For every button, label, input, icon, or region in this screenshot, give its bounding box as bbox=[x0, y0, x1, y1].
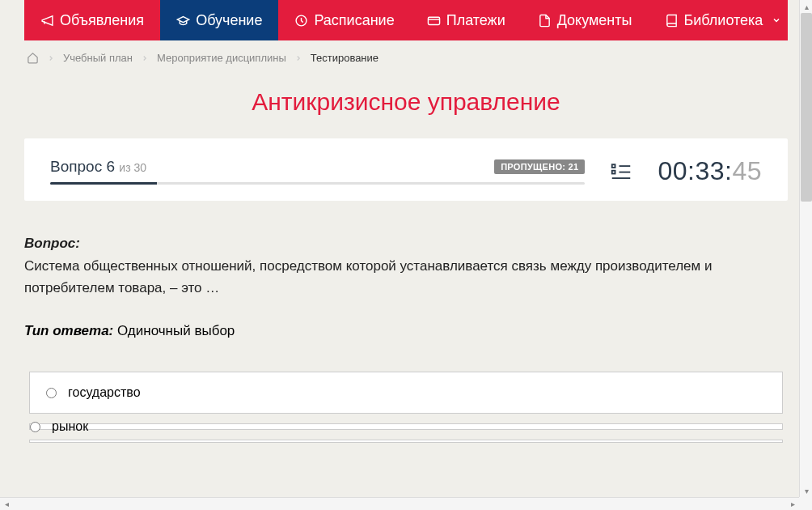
scroll-right-arrow[interactable]: ▸ bbox=[786, 498, 799, 511]
scroll-track[interactable] bbox=[800, 13, 812, 484]
nav-item-schedule[interactable]: Расписание bbox=[278, 0, 410, 40]
status-card: Вопрос 6 из 30 ПРОПУЩЕНО: 21 0 bbox=[24, 138, 788, 201]
home-icon[interactable] bbox=[27, 52, 39, 64]
vertical-scrollbar[interactable]: ▴ ▾ bbox=[799, 0, 812, 497]
breadcrumb: Учебный план Мероприятие дисциплины Тест… bbox=[0, 40, 812, 75]
breadcrumb-item[interactable]: Мероприятие дисциплины bbox=[157, 52, 286, 64]
scrollbar-corner bbox=[799, 497, 812, 510]
nav-item-payments[interactable]: Платежи bbox=[411, 0, 522, 40]
answer-type-label: Тип ответа: bbox=[24, 323, 113, 338]
progress-bar bbox=[50, 182, 585, 185]
nav-item-learning[interactable]: Обучение bbox=[160, 0, 278, 40]
card-icon bbox=[427, 14, 441, 28]
answer-type-section: Тип ответа: Одиночный выбор bbox=[24, 323, 788, 339]
timer: 00:33:45 bbox=[658, 156, 762, 186]
chevron-down-icon bbox=[772, 12, 781, 29]
horizontal-scrollbar[interactable]: ◂ ▸ bbox=[0, 497, 799, 510]
book-icon bbox=[665, 14, 679, 28]
nav-label: Расписание bbox=[314, 12, 394, 29]
question-list-icon[interactable] bbox=[609, 159, 633, 184]
question-counter: Вопрос 6 из 30 bbox=[50, 158, 146, 176]
scroll-track-h[interactable] bbox=[13, 498, 786, 510]
question-text: Система общественных отношений, посредст… bbox=[24, 256, 788, 299]
breadcrumb-item-current: Тестирование bbox=[311, 52, 379, 64]
nav-label: Платежи bbox=[446, 12, 505, 29]
question-progress: Вопрос 6 из 30 ПРОПУЩЕНО: 21 bbox=[50, 158, 585, 185]
content: Вопрос: Система общественных отношений, … bbox=[0, 201, 812, 459]
progress-fill bbox=[50, 182, 157, 185]
option-label: государство bbox=[68, 385, 141, 400]
skipped-badge: ПРОПУЩЕНО: 21 bbox=[494, 159, 585, 174]
scroll-thumb[interactable] bbox=[801, 13, 812, 202]
option-item[interactable]: государство bbox=[29, 372, 783, 414]
options-list: государство рынок bbox=[24, 372, 788, 443]
nav-label: Объявления bbox=[60, 12, 144, 29]
nav-label: Обучение bbox=[196, 12, 262, 29]
scroll-up-arrow[interactable]: ▴ bbox=[800, 0, 812, 13]
nav-item-documents[interactable]: Документы bbox=[522, 0, 649, 40]
timer-main: 00:33: bbox=[658, 156, 732, 185]
breadcrumb-item[interactable]: Учебный план bbox=[63, 52, 133, 64]
option-item-partial bbox=[29, 440, 783, 443]
scroll-down-arrow[interactable]: ▾ bbox=[800, 484, 812, 497]
svg-rect-3 bbox=[612, 170, 615, 173]
nav-label: Библиотека bbox=[684, 12, 763, 29]
main-nav: Объявления Обучение Расписание Платежи Д… bbox=[24, 0, 788, 40]
nav-label: Документы bbox=[557, 12, 632, 29]
megaphone-icon bbox=[40, 14, 54, 28]
clock-icon bbox=[294, 14, 308, 28]
chevron-right-icon bbox=[47, 54, 55, 62]
option-radio[interactable] bbox=[46, 388, 57, 398]
nav-item-announcements[interactable]: Объявления bbox=[24, 0, 160, 40]
page-title: Антикризисное управление bbox=[0, 75, 812, 138]
chevron-right-icon bbox=[141, 54, 149, 62]
option-radio[interactable] bbox=[30, 422, 40, 432]
graduation-icon bbox=[176, 14, 190, 28]
question-section: Вопрос: Система общественных отношений, … bbox=[24, 233, 788, 299]
timer-seconds: 45 bbox=[732, 156, 762, 185]
svg-rect-1 bbox=[428, 17, 439, 24]
nav-item-library[interactable]: Библиотека bbox=[649, 0, 798, 40]
svg-rect-2 bbox=[612, 164, 615, 168]
scroll-left-arrow[interactable]: ◂ bbox=[0, 498, 13, 511]
chevron-right-icon bbox=[294, 54, 302, 62]
option-item[interactable]: рынок bbox=[29, 423, 783, 430]
answer-type-value: Одиночный выбор bbox=[117, 323, 235, 338]
question-label: Вопрос: bbox=[24, 233, 788, 254]
document-icon bbox=[538, 14, 552, 28]
option-label: рынок bbox=[52, 419, 88, 434]
